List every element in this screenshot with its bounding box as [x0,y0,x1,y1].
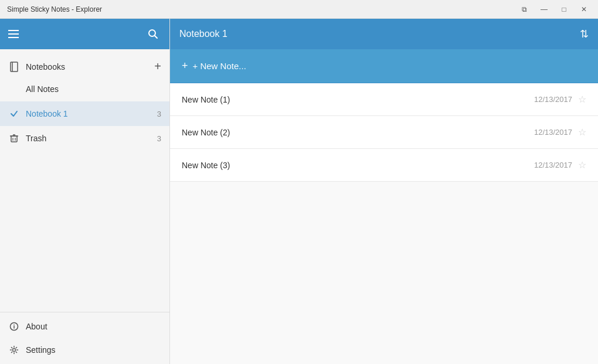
sort-icon[interactable]: ⇅ [580,28,589,40]
notes-container: New Note (1)12/13/2017☆New Note (2)12/13… [170,83,598,182]
maximize-button[interactable]: □ [555,1,573,18]
window-controls: ⧉ — □ ✕ [515,1,593,18]
star-icon[interactable]: ☆ [578,94,586,105]
star-icon[interactable]: ☆ [578,127,586,138]
sidebar-nav: Notebooks + All Notes Notebook 1 3 [0,49,169,312]
close-button[interactable]: ✕ [575,1,593,18]
trash-label: Trash [26,134,151,143]
sidebar-item-trash[interactable]: Trash 3 [0,126,169,151]
star-icon[interactable]: ☆ [578,159,586,171]
search-icon[interactable] [145,26,161,42]
all-notes-label: All Notes [26,84,161,94]
svg-rect-2 [11,62,18,72]
main-header: Notebook 1 ⇅ [170,19,598,49]
note-date: 12/13/2017 [534,161,572,169]
new-note-button[interactable]: + + New Note... [170,49,598,83]
settings-icon [8,345,20,355]
notebooks-label: Notebooks [26,62,148,72]
minimize-button[interactable]: — [535,1,553,18]
info-icon [8,322,20,331]
notebook1-count: 3 [157,110,161,118]
title-bar: Simple Sticky Notes - Explorer ⧉ — □ ✕ [0,0,598,19]
note-item[interactable]: New Note (2)12/13/2017☆ [170,116,598,149]
note-item[interactable]: New Note (3)12/13/2017☆ [170,149,598,182]
sidebar-item-about[interactable]: About [0,315,169,338]
sidebar: Notebooks + All Notes Notebook 1 3 [0,19,170,364]
menu-icon[interactable] [8,27,22,41]
main-title: Notebook 1 [179,29,580,39]
svg-line-1 [155,36,158,39]
checkmark-icon [8,110,20,118]
note-item[interactable]: New Note (1)12/13/2017☆ [170,83,598,116]
note-title: New Note (2) [182,128,534,137]
note-title: New Note (1) [182,95,534,104]
notebook-icon [8,61,20,73]
sidebar-footer: About Settings [0,312,169,364]
snap-button[interactable]: ⧉ [515,1,534,18]
sidebar-header [0,19,169,49]
sidebar-item-allnotes[interactable]: All Notes [0,77,169,101]
svg-point-12 [13,349,16,352]
note-title: New Note (3) [182,161,534,170]
notes-list: + + New Note... New Note (1)12/13/2017☆N… [170,49,598,364]
note-date: 12/13/2017 [534,128,572,137]
notebooks-section: Notebooks + [0,54,169,77]
trash-icon [8,134,20,143]
sidebar-item-notebook1[interactable]: Notebook 1 3 [0,101,169,126]
new-note-plus-icon: + [182,60,188,72]
note-date: 12/13/2017 [534,95,572,104]
svg-rect-4 [11,136,17,142]
settings-label: Settings [26,345,56,355]
svg-point-11 [13,324,15,325]
app-body: Notebooks + All Notes Notebook 1 3 [0,19,598,364]
sidebar-item-settings[interactable]: Settings [0,338,169,362]
new-note-label: + New Note... [193,61,246,71]
main-content: Notebook 1 ⇅ + + New Note... New Note (1… [170,19,598,364]
app-title: Simple Sticky Notes - Explorer [7,5,102,13]
add-notebook-button[interactable]: + [154,60,161,73]
about-label: About [26,322,47,331]
trash-count: 3 [157,134,161,143]
notebook1-label: Notebook 1 [26,109,151,118]
